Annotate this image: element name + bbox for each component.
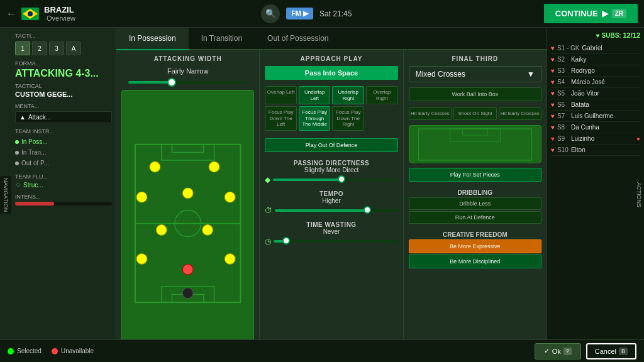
mentality-section: MENTA... ▲ Attack... (4, 103, 112, 123)
tab-in-transition[interactable]: In Transition (189, 28, 255, 50)
sub-name-s9: Luizinho (571, 135, 634, 142)
final-third-dropdown[interactable]: Mixed Crosses ▼ (409, 66, 541, 82)
ok-badge: ? (564, 348, 572, 355)
sub-item-s1: ♥ S1 - GK Gabriel (551, 43, 640, 54)
overview-link[interactable]: Overview (47, 14, 75, 22)
cancel-badge: B (619, 348, 628, 355)
team-instr-out-of-possession[interactable]: Out of P... (15, 158, 112, 168)
tempo-value: Higher (265, 197, 397, 204)
sub-item-s3: ♥ S3 Rodrygo (551, 65, 640, 77)
option-focus-middle[interactable]: Focus Play Through The Middle (299, 106, 331, 131)
passing-icon: ◆ (265, 175, 270, 184)
sub-item-s9: ♥ S9 Luizinho ● (551, 133, 640, 145)
dribbling-section: DRIBBLING Dribble Less Run At Defence (409, 189, 541, 225)
passing-directness-label: PASSING DIRECTNESS (265, 160, 397, 167)
tactic-slot-a[interactable]: A (66, 41, 81, 55)
heart-icon-s2: ♥ (551, 56, 555, 63)
team-instr-in-possession[interactable]: In Poss... (15, 136, 112, 147)
tab-out-of-possession[interactable]: Out of Possession (255, 28, 341, 50)
team-instructions-section: TEAM INSTR... In Poss... In Tran... Out … (4, 128, 112, 168)
option-hit-early-crosses-left[interactable]: Hit Early Crosses (409, 107, 452, 120)
tempo-handle[interactable] (364, 206, 371, 214)
svg-point-14 (182, 188, 193, 199)
sub-name-s3: Rodrygo (571, 67, 640, 74)
sub-item-s8: ♥ S8 Da Cunha (551, 122, 640, 133)
width-slider-area (121, 79, 254, 86)
alert-icon-s9: ● (636, 135, 640, 142)
mentality-button[interactable]: ▲ Attack... (15, 111, 112, 123)
option-focus-left[interactable]: Focus Play Down The Left (265, 106, 297, 131)
sub-number-s1: S1 - GK (557, 45, 580, 52)
continue-button[interactable]: CONTINUE ▶ ZR (544, 4, 638, 23)
svg-point-15 (225, 192, 235, 202)
passing-directness-slider[interactable] (273, 178, 397, 181)
sub-name-s10: Elton (571, 146, 640, 153)
team-instr-in-transition[interactable]: In Tran... (15, 147, 112, 158)
option-shoot-on-sight[interactable]: Shoot On Sight (453, 107, 496, 120)
tab-in-possession[interactable]: In Possession (116, 28, 189, 50)
back-button[interactable]: ← (6, 8, 16, 19)
tactic-slot-2[interactable]: 2 (32, 41, 47, 55)
approach-play-dropdown[interactable]: Pass Into Space (265, 66, 397, 80)
sub-number-s9: S9 (557, 135, 569, 142)
top-bar: ← BRAZIL Overview 🔍 FM ▶ Sat 21:45 CONTI… (0, 0, 644, 28)
option-underlap-right[interactable]: Underlap Right (332, 86, 364, 104)
subs-label: SUBS: (602, 32, 621, 39)
passing-directness-slider-row: ◆ (265, 175, 397, 184)
final-options-grid: Hit Early Crosses Shoot On Sight Hit Ear… (409, 107, 541, 120)
svg-point-12 (209, 162, 219, 172)
cancel-button[interactable]: Cancel B (586, 343, 636, 359)
tempo-section: TEMPO Higher ⏱ (265, 190, 397, 215)
tactic-slot-1[interactable]: 1 (15, 41, 30, 55)
team-fluidity-label: TEAM FLU... (15, 173, 112, 180)
sub-number-s5: S5 (557, 90, 569, 97)
passing-directness-handle[interactable] (338, 175, 345, 183)
option-overlap-left[interactable]: Overlap Left (265, 86, 297, 104)
panel-approach-play: APPROACH PLAY Pass Into Space Overlap Le… (260, 50, 403, 362)
option-overlap-right[interactable]: Overlap Right (366, 86, 398, 104)
unavailable-label: Unavailable (61, 348, 94, 354)
intensity-bar-fill (15, 202, 54, 206)
intensity-label: INTENS... (15, 194, 112, 200)
option-be-more-expressive[interactable]: Be More Expressive (409, 239, 541, 253)
svg-point-16 (156, 225, 167, 236)
search-button[interactable]: 🔍 (261, 4, 280, 23)
width-slider-handle[interactable] (167, 78, 176, 87)
heart-icon-s5: ♥ (551, 90, 555, 97)
navigation-label: NAVIGATION (0, 176, 11, 214)
tempo-slider[interactable] (275, 209, 397, 212)
chevron-down-icon: ▼ (527, 70, 535, 79)
intensity-bar-bg (15, 202, 112, 206)
mentality-label: MENTA... (15, 103, 112, 109)
option-be-more-disciplined[interactable]: Be More Disciplined (409, 255, 541, 268)
svg-point-11 (150, 162, 160, 172)
sub-number-s10: S10 (557, 146, 569, 153)
option-run-at-defence[interactable]: Run At Defence (409, 211, 541, 224)
sub-name-s4: Márcio José (571, 79, 640, 85)
time-wasting-slider[interactable] (274, 240, 397, 243)
sub-item-s2: ♥ S2 Kaiky (551, 54, 640, 65)
option-work-ball-into-box[interactable]: Work Ball Into Box (409, 87, 541, 101)
ok-button[interactable]: ✓ Ok ? (535, 343, 581, 359)
time-wasting-handle[interactable] (282, 237, 290, 244)
width-slider-track[interactable] (128, 81, 248, 84)
time-wasting-value: Never (265, 228, 397, 235)
tactic-label: TACTI... (4, 33, 112, 39)
top-bar-left: ← BRAZIL Overview (6, 5, 75, 22)
option-focus-right[interactable]: Focus Play Down The Right (332, 106, 364, 131)
tactic-slot-3[interactable]: 3 (49, 41, 64, 55)
option-dribble-less[interactable]: Dribble Less (409, 197, 541, 210)
actions-label: ACTIONS (634, 176, 644, 214)
active-dot (15, 140, 19, 144)
center-area: In Possession In Transition Out of Posse… (116, 28, 547, 362)
option-play-for-set-pieces[interactable]: Play For Set Pieces (409, 168, 541, 182)
tempo-icon: ⏱ (265, 206, 272, 215)
country-name: BRAZIL (44, 5, 75, 14)
sub-name-s2: Kaiky (571, 56, 640, 63)
option-play-out-of-defence[interactable]: Play Out Of Defence (265, 138, 397, 152)
sub-item-s7: ♥ S7 Luis Guilherme (551, 111, 640, 122)
option-underlap-left[interactable]: Underlap Left (299, 86, 331, 104)
option-hit-early-crosses-right[interactable]: Hit Early Crosses (499, 107, 541, 120)
selected-label: Selected (17, 348, 42, 354)
sub-number-s4: S4 (557, 79, 569, 85)
